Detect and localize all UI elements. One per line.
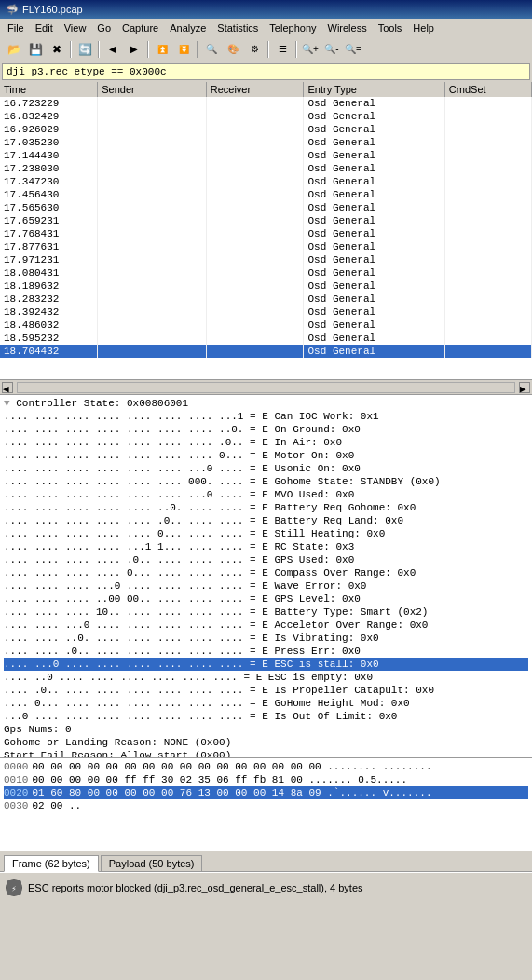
packet-list[interactable]: Time Sender Receiver Entry Type CmdSet 1…: [0, 82, 532, 380]
menu-item-go[interactable]: Go: [91, 20, 116, 35]
col-cmdset: CmdSet: [444, 82, 531, 97]
table-row[interactable]: 17.565630Osd General: [0, 201, 532, 214]
detail-header: ▼ Controller State: 0x00806001: [4, 397, 528, 410]
menu-item-statistics[interactable]: Statistics: [211, 20, 264, 35]
table-row[interactable]: 18.189632Osd General: [0, 279, 532, 293]
hscroll-area[interactable]: ◀ ▶: [0, 380, 532, 395]
table-row[interactable]: 17.971231Osd General: [0, 253, 532, 266]
table-row[interactable]: 16.926029Osd General: [0, 123, 532, 136]
detail-line: Start Fail Reason: Allow start (0x00): [4, 749, 528, 758]
hex-line: 000000 00 00 00 00 00 00 00 00 00 00 00 …: [4, 760, 528, 773]
detail-line: .... 0... .... .... .... .... .... .... …: [4, 697, 528, 710]
table-row[interactable]: 18.704432Osd General: [0, 345, 532, 358]
hscroll-right[interactable]: ▶: [519, 382, 530, 393]
toolbar-zoom-reset[interactable]: 🔍=: [343, 39, 363, 60]
detail-line: Gps Nums: 0: [4, 723, 528, 736]
toolbar-jump2[interactable]: ⏬: [173, 39, 194, 60]
toolbar-color[interactable]: 🎨: [223, 39, 243, 60]
table-row[interactable]: 17.768431Osd General: [0, 227, 532, 240]
menu-item-help[interactable]: Help: [407, 20, 440, 35]
detail-line: .... .... .... .... .0.. .... .... .... …: [4, 553, 528, 566]
filter-bar[interactable]: dji_p3.rec_etype == 0x000c: [2, 63, 530, 80]
detail-line: .... .... ..0. .... .... .... .... .... …: [4, 632, 528, 645]
menu-item-view[interactable]: View: [59, 20, 92, 35]
toolbar-back[interactable]: ◀: [102, 39, 123, 60]
hex-dump[interactable]: 000000 00 00 00 00 00 00 00 00 00 00 00 …: [0, 758, 532, 851]
toolbar-close[interactable]: ✖: [47, 39, 67, 60]
toolbar-sep-1: [70, 41, 72, 58]
table-row[interactable]: 17.035230Osd General: [0, 136, 532, 149]
toolbar-jump[interactable]: ⏫: [152, 39, 172, 60]
tab-payload(50by[interactable]: Payload (50 bytes): [101, 855, 203, 871]
detail-line: ...0 .... .... .... .... .... .... .... …: [4, 710, 528, 723]
menu-bar: FileEditViewGoCaptureAnalyzeStatisticsTe…: [0, 19, 532, 37]
svg-text:⚡: ⚡: [11, 885, 16, 894]
status-icon: ⚡: [6, 879, 22, 896]
detail-line: .... .... .... ...0 .... .... .... .... …: [4, 579, 528, 592]
detail-line: .... .... .... .... .... .... ...0 .... …: [4, 488, 528, 501]
table-row[interactable]: 17.238030Osd General: [0, 162, 532, 175]
toolbar-fwd[interactable]: ▶: [124, 39, 144, 60]
table-row[interactable]: 17.144430Osd General: [0, 149, 532, 162]
detail-line: .... .... .... ..00 00.. .... .... .... …: [4, 592, 528, 606]
toolbar-save[interactable]: 💾: [25, 39, 46, 60]
tab-bar: Frame (62 bytes)Payload (50 bytes): [0, 851, 532, 872]
toolbar-sep-4: [197, 41, 198, 58]
hscroll-left[interactable]: ◀: [2, 382, 13, 393]
toolbar-zoom-out[interactable]: 🔍-: [321, 39, 342, 60]
hex-lines: 000000 00 00 00 00 00 00 00 00 00 00 00 …: [4, 760, 528, 812]
toolbar-list[interactable]: ☰: [272, 39, 293, 60]
menu-item-file[interactable]: File: [2, 20, 30, 35]
tab-frame(62byte[interactable]: Frame (62 bytes): [4, 855, 99, 872]
toolbar-sep-2: [98, 41, 100, 58]
toolbar-sep-5: [267, 41, 269, 58]
toolbar-open[interactable]: 📂: [4, 39, 24, 60]
table-row[interactable]: 16.723229Osd General: [0, 97, 532, 110]
toolbar: 📂 💾 ✖ 🔄 ◀ ▶ ⏫ ⏬ 🔍 🎨 ⚙ ☰ 🔍+ 🔍- 🔍=: [0, 37, 532, 61]
detail-line: .... .... .... .... .... .... ...0 .... …: [4, 462, 528, 475]
menu-item-wireless[interactable]: Wireless: [322, 20, 373, 35]
table-row[interactable]: 18.392432Osd General: [0, 306, 532, 319]
toolbar-sep-3: [147, 41, 149, 58]
detail-line: .... .... .... .... .... .... .... .0.. …: [4, 436, 528, 449]
table-row[interactable]: 18.283232Osd General: [0, 293, 532, 306]
title-bar: 🦈 FLY160.pcap: [0, 0, 532, 19]
detail-line: .... ...0 .... .... .... .... .... .... …: [4, 658, 528, 671]
menu-item-tools[interactable]: Tools: [373, 20, 408, 35]
filter-value: dji_p3.rec_etype == 0x000c: [7, 66, 167, 77]
toolbar-prefs[interactable]: ⚙: [244, 39, 265, 60]
menu-item-analyze[interactable]: Analyze: [164, 20, 211, 35]
toolbar-zoom-in[interactable]: 🔍+: [300, 39, 321, 60]
detail-line: .... .... .... .... .... .... 000. .... …: [4, 475, 528, 488]
title-bar-icon: 🦈: [6, 4, 19, 16]
detail-line: .... .... .... .... .... 0... .... .... …: [4, 527, 528, 540]
toolbar-restart[interactable]: 🔄: [75, 39, 95, 60]
table-row[interactable]: 16.832429Osd General: [0, 110, 532, 123]
detail-line: .... .... .... .... ...1 1... .... .... …: [4, 540, 528, 553]
table-row[interactable]: 18.080431Osd General: [0, 266, 532, 279]
status-text: ESC reports motor blocked (dji_p3.rec_os…: [28, 882, 363, 893]
menu-item-edit[interactable]: Edit: [30, 20, 59, 35]
toolbar-filter[interactable]: 🔍: [201, 39, 222, 60]
table-row[interactable]: 17.456430Osd General: [0, 188, 532, 201]
table-row[interactable]: 18.595232Osd General: [0, 332, 532, 345]
detail-line: Gohome or Landing Reason: NONE (0x00): [4, 736, 528, 749]
table-row[interactable]: 17.347230Osd General: [0, 175, 532, 188]
detail-line: .... .... .... .... .... .... .... ...1 …: [4, 410, 528, 423]
table-row[interactable]: 18.486032Osd General: [0, 319, 532, 332]
detail-line: .... .... .... .... .... ..0. .... .... …: [4, 501, 528, 514]
toolbar-sep-6: [295, 41, 297, 58]
detail-line: .... ..0 .... .... .... .... .... .... =…: [4, 671, 528, 684]
menu-item-telephony[interactable]: Telephony: [264, 20, 321, 35]
table-row[interactable]: 17.659231Osd General: [0, 214, 532, 227]
table-row[interactable]: 17.877631Osd General: [0, 240, 532, 253]
detail-line: .... .... .... .... 0... .... .... .... …: [4, 566, 528, 579]
packet-detail[interactable]: ▼ Controller State: 0x00806001 .... ....…: [0, 395, 532, 758]
detail-line: .... .... .0.. .... .... .... .... .... …: [4, 645, 528, 658]
col-receiver: Receiver: [206, 82, 304, 97]
title-bar-text: FLY160.pcap: [22, 4, 83, 15]
detail-line: .... .... .... .... .... .0.. .... .... …: [4, 514, 528, 527]
menu-item-capture[interactable]: Capture: [116, 20, 164, 35]
hex-line: 001000 00 00 00 00 ff ff 30 02 35 06 ff …: [4, 773, 528, 786]
hex-line: 002001 60 80 00 00 00 00 00 76 13 00 00 …: [4, 786, 528, 799]
